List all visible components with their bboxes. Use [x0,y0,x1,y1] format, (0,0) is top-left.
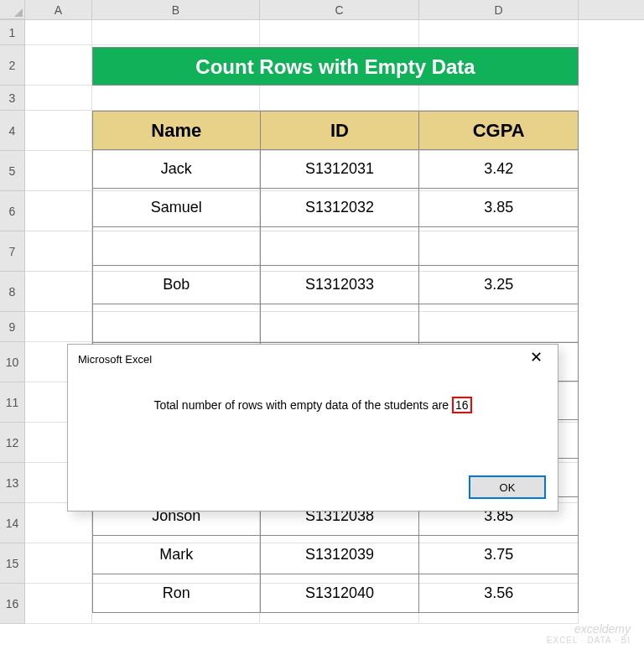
table-cell[interactable] [419,304,579,343]
col-header-d[interactable]: D [419,0,579,19]
table-row: JackS13120313.42 [93,150,579,189]
table-row: BobS13120333.25 [93,266,579,304]
row-header[interactable]: 2 [0,45,25,86]
cell[interactable] [25,231,92,272]
dialog-title: Microsoft Excel [78,353,152,366]
row-header[interactable]: 12 [0,423,25,463]
col-header-c[interactable]: C [260,0,419,19]
col-header-b[interactable]: B [92,0,260,19]
cell[interactable] [25,45,92,86]
cell[interactable] [25,584,92,624]
row-header[interactable]: 5 [0,151,25,191]
cell[interactable] [25,20,92,45]
col-header-a[interactable]: A [25,0,92,19]
watermark: exceldemy EXCEL · DATA · BI [547,622,631,645]
table-header-row: Name ID CGPA [93,112,579,150]
cell[interactable] [25,86,92,111]
row-header[interactable]: 14 [0,503,25,543]
cell[interactable] [419,86,579,111]
header-cgpa[interactable]: CGPA [419,112,579,150]
row-header[interactable]: 4 [0,111,25,151]
dialog-buttons: OK [469,475,546,499]
table-row [93,304,579,343]
cell[interactable] [25,151,92,191]
table-cell[interactable] [93,304,261,343]
table-cell[interactable]: Bob [93,266,261,304]
close-icon[interactable]: ✕ [519,347,553,371]
table-cell[interactable]: S1312031 [260,150,419,189]
highlighted-value: 16 [452,397,472,413]
table-cell[interactable]: Jack [93,150,261,189]
cell[interactable] [260,20,419,45]
cell[interactable] [419,20,579,45]
table-cell[interactable]: 3.42 [419,150,579,189]
row-header[interactable]: 13 [0,463,25,503]
dialog-message-text: Total number of rows with empty data of … [153,398,452,412]
cell[interactable] [260,86,419,111]
table-cell[interactable]: S1312032 [260,189,419,227]
table-cell[interactable]: S1312040 [260,574,419,613]
header-id[interactable]: ID [260,112,419,150]
table-row: RonS13120403.56 [93,574,579,613]
column-headers: A B C D [0,0,644,20]
table-cell[interactable]: 3.25 [419,266,579,304]
cell[interactable] [92,20,260,45]
table-cell[interactable] [260,304,419,343]
message-dialog: Microsoft Excel ✕ Total number of rows w… [67,344,558,512]
header-name[interactable]: Name [93,112,261,150]
table-cell[interactable]: Mark [93,536,261,574]
table-cell[interactable]: S1312039 [260,536,419,574]
ok-button[interactable]: OK [469,475,546,499]
table-row: MarkS13120393.75 [93,536,579,574]
table-cell[interactable]: Samuel [93,189,261,227]
row-header[interactable]: 3 [0,86,25,111]
watermark-sub: EXCEL · DATA · BI [547,636,631,645]
row-header[interactable]: 1 [0,20,25,45]
dialog-titlebar[interactable]: Microsoft Excel ✕ [68,345,558,373]
table-cell[interactable]: 3.56 [419,574,579,613]
watermark-main: exceldemy [547,622,631,636]
row-header[interactable]: 6 [0,191,25,231]
row-header[interactable]: 11 [0,382,25,423]
table-cell[interactable]: S1312033 [260,266,419,304]
row-header[interactable]: 15 [0,543,25,584]
dialog-body: Total number of rows with empty data of … [68,373,558,422]
cell[interactable] [25,543,92,584]
table-cell[interactable]: 3.75 [419,536,579,574]
row-header[interactable]: 10 [0,342,25,382]
row-header[interactable]: 8 [0,272,25,312]
select-all-corner[interactable] [0,0,25,19]
cell[interactable] [25,111,92,151]
table-cell[interactable] [260,227,419,266]
row-header[interactable]: 16 [0,584,25,624]
table-cell[interactable] [419,227,579,266]
cell[interactable] [25,272,92,312]
cell[interactable] [92,86,260,111]
table-row [93,227,579,266]
table-cell[interactable] [93,227,261,266]
page-title: Count Rows with Empty Data [92,47,579,86]
row-header[interactable]: 9 [0,312,25,342]
table-cell[interactable]: Ron [93,574,261,613]
table-row: SamuelS13120323.85 [93,189,579,227]
row-header[interactable]: 7 [0,231,25,272]
cell[interactable] [25,312,92,342]
cell[interactable] [25,191,92,231]
table-cell[interactable]: 3.85 [419,189,579,227]
